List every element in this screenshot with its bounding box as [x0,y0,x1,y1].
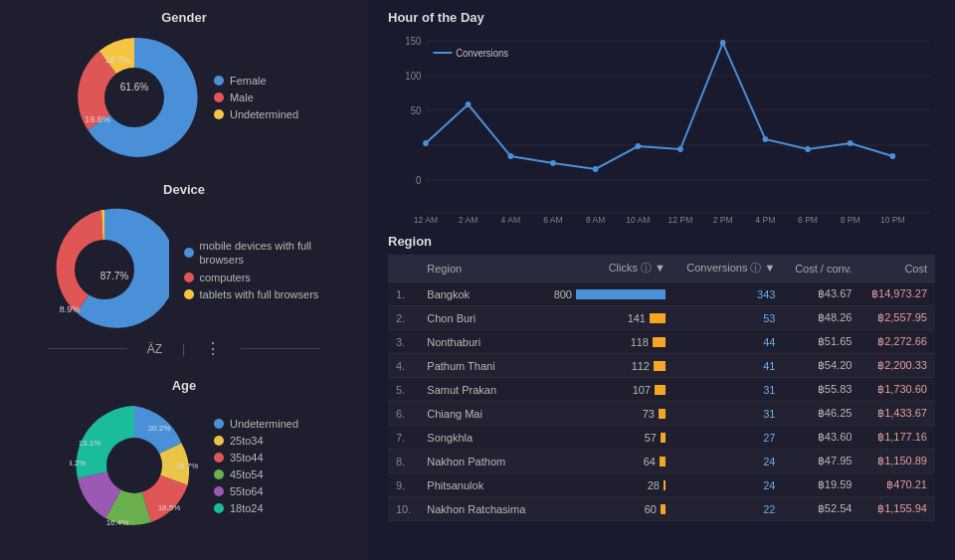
svg-point-4 [75,240,134,299]
cell-conversions: 24 [673,473,783,497]
legend-item-tablets: tablets with full browsers [184,288,329,300]
cell-rank: 3. [388,330,419,354]
svg-point-49 [889,153,895,159]
cell-clicks: 57 [539,426,673,450]
cell-cost-conv: ฿54.20 [783,354,860,378]
cell-cost-conv: ฿51.65 [783,330,860,354]
table-title: Region [388,234,935,249]
gender-section: Gender 61.6% 19.6% 18.7% [15,10,353,162]
cell-clicks: 60 [539,497,673,521]
cell-clicks: 64 [539,450,673,473]
cell-conversions: 31 [673,402,783,426]
device-legend: mobile devices with full browsers comput… [184,239,329,301]
gender-legend: Female Male Undetermined [214,75,298,120]
gender-pie-chart: 61.6% 19.6% 18.7% [70,33,199,162]
clicks-info-icon: ⓘ [641,262,652,274]
svg-text:61.6%: 61.6% [120,82,148,93]
cell-cost: ฿1,433.67 [860,402,935,426]
svg-text:20.2%: 20.2% [148,424,171,433]
svg-point-38 [423,140,429,146]
svg-point-43 [635,143,641,149]
cell-rank: 10. [388,497,419,521]
conv-sort-icon: ▼ [765,262,776,274]
svg-text:6 PM: 6 PM [798,215,818,225]
cell-cost: ฿2,557.95 [860,306,935,330]
svg-text:50: 50 [411,105,422,116]
az-icon[interactable]: ÄZ [147,342,162,356]
svg-point-0 [104,68,164,127]
right-panel: Hour of the Day 150 100 50 0 12 AM [368,0,955,560]
cell-clicks: 28 [539,473,673,497]
clicks-sort-icon: ▼ [655,262,666,274]
cell-rank: 6. [388,402,419,426]
age-legend: Undetermined 25to34 35to44 45to54 [214,418,298,514]
col-header-clicks[interactable]: Clicks ⓘ ▼ [539,255,673,282]
gender-title: Gender [15,10,353,25]
legend-item-female: Female [214,75,298,87]
legend-item-undetermined-age: Undetermined [214,418,298,430]
svg-text:10 PM: 10 PM [880,215,905,225]
svg-point-7 [106,438,162,493]
svg-point-39 [466,101,472,107]
table-row: 10. Nakhon Ratchasima 60 22 ฿52.54 ฿1,15… [388,497,935,521]
cell-cost-conv: ฿52.54 [783,497,860,521]
age-section: Age [15,378,353,530]
cell-conversions: 41 [673,354,783,378]
table-row: 4. Pathum Thani 112 41 ฿54.20 ฿2,200.33 [388,354,935,378]
left-panel: Gender 61.6% 19.6% 18.7% [0,0,368,560]
cell-rank: 7. [388,426,419,450]
device-pie-container: 87.7% 8.9% mobile devices with full brow… [15,205,353,334]
svg-point-46 [762,136,768,142]
cell-conversions: 53 [673,306,783,330]
cell-conversions: 22 [673,497,783,521]
legend-item-mobile: mobile devices with full browsers [184,239,329,268]
cell-cost: ฿1,177.16 [860,426,935,450]
cell-rank: 8. [388,450,419,473]
age-pie-container: 20.2% 16.4% 13.2% 13.1% 18.7% 18.5% Unde… [15,401,353,530]
device-divider: ÄZ | ⋮ [15,339,353,358]
menu-icon[interactable]: ⋮ [205,339,221,358]
cell-cost-conv: ฿43.67 [783,282,860,306]
cell-region: Bangkok [419,282,539,306]
table-row: 1. Bangkok 800 343 ฿43.67 ฿14,973.27 [388,282,935,306]
col-header-cost: Cost [860,255,935,282]
conv-info-icon: ⓘ [750,262,761,274]
device-pie-chart: 87.7% 8.9% [40,205,169,334]
legend-item-undetermined: Undetermined [214,108,298,120]
cell-rank: 1. [388,282,419,306]
svg-text:2 PM: 2 PM [713,215,733,225]
gender-pie-container: 61.6% 19.6% 18.7% Female Male [15,33,353,162]
col-header-conversions[interactable]: Conversions ⓘ ▼ [673,255,783,282]
svg-text:13.2%: 13.2% [70,459,86,467]
svg-text:4 AM: 4 AM [501,215,520,225]
svg-text:100: 100 [405,71,421,82]
table-row: 2. Chon Buri 141 53 ฿48.26 ฿2,557.95 [388,306,935,330]
age-title: Age [15,378,353,393]
chart-area: Hour of the Day 150 100 50 0 12 AM [368,0,955,229]
legend-item-25to34: 25to34 [214,435,298,447]
device-section: Device 87.7% 8.9% [15,182,353,358]
cell-cost: ฿1,155.94 [860,497,935,521]
cell-region: Nakhon Pathom [419,450,539,473]
table-row: 6. Chiang Mai 73 31 ฿46.25 ฿1,433.67 [388,402,935,426]
chart-title: Hour of the Day [388,10,935,25]
cell-cost: ฿14,973.27 [860,282,935,306]
cell-clicks: 73 [539,402,673,426]
chart-wrapper: 150 100 50 0 12 AM 2 AM 4 AM 6 AM 8 AM 1… [388,31,935,225]
svg-text:4 PM: 4 PM [755,215,775,225]
svg-text:8 PM: 8 PM [841,215,860,225]
region-table: Region Clicks ⓘ ▼ Conversions ⓘ ▼ Cost /… [388,255,935,521]
cell-clicks: 112 [539,354,673,378]
cell-clicks: 141 [539,306,673,330]
cell-cost-conv: ฿55.83 [783,378,860,402]
table-area: Region Region Clicks ⓘ ▼ Conversions [368,229,955,560]
cell-region: Chiang Mai [419,402,539,426]
svg-text:18.5%: 18.5% [158,503,181,512]
cell-region: Phitsanulok [419,473,539,497]
svg-point-45 [720,40,726,46]
table-row: 8. Nakhon Pathom 64 24 ฿47.95 ฿1,150.89 [388,450,935,473]
svg-text:18.7%: 18.7% [104,55,130,65]
legend-item-male: Male [214,92,298,103]
cell-region: Chon Buri [419,306,539,330]
cell-rank: 4. [388,354,419,378]
